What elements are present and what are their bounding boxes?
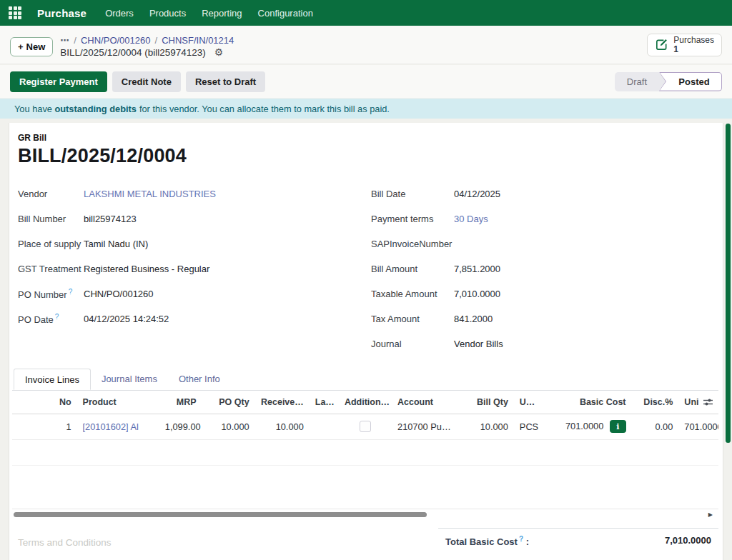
status-posted[interactable]: Posted (659, 72, 722, 91)
field-payment-terms: Payment terms 30 Days (365, 206, 718, 231)
field-label: Payment terms (365, 214, 454, 224)
col-header-la[interactable]: La… (310, 391, 339, 414)
col-header-additional[interactable]: Addition… (339, 391, 392, 414)
field-journal: Journal Vendor Bills (365, 331, 718, 356)
status-draft[interactable]: Draft (615, 72, 659, 91)
place-of-supply-value[interactable]: Tamil Nadu (IN) (84, 239, 148, 249)
field-bill-date: Bill Date 04/12/2025 (365, 181, 718, 206)
col-header-no[interactable]: No (12, 391, 77, 414)
field-label: PO Number? (12, 288, 84, 300)
tax-amount-value[interactable]: 841.2000 (454, 314, 493, 324)
bill-amount-value[interactable]: 7,851.2000 (454, 264, 500, 274)
bill-number-value[interactable]: bill25974123 (84, 214, 137, 224)
credit-note-button[interactable]: Credit Note (112, 71, 181, 92)
control-panel: + New ⋯ / CHN/PO/001260 / CHNSF/IN/01214… (0, 26, 732, 64)
field-bill-amount: Bill Amount 7,851.2000 (365, 256, 718, 281)
field-label: Tax Amount (365, 314, 454, 324)
register-payment-button[interactable]: Register Payment (10, 71, 107, 92)
field-label: Place of supply (12, 239, 84, 249)
bill-form-sheet: GR Bill BILL/2025/12/0004 Vendor LAKSHMI… (9, 123, 723, 560)
nav-item-products[interactable]: Products (149, 8, 186, 19)
breadcrumb: ⋯ / CHN/PO/001260 / CHNSF/IN/01214 BILL/… (60, 33, 234, 58)
gst-treatment-value[interactable]: Registered Business - Regular (84, 264, 209, 274)
col-header-disc[interactable]: Disc.% (632, 391, 679, 414)
reset-to-draft-button[interactable]: Reset to Draft (186, 71, 265, 92)
alert-text: You have (14, 104, 52, 114)
journal-value[interactable]: Vendor Bills (454, 339, 503, 349)
breadcrumb-current: BILL/2025/12/0004 (bill25974123) (60, 47, 205, 58)
cell-basic-cost[interactable]: 701.0000 (565, 421, 603, 431)
field-po-number: PO Number? CHN/PO/001260 (12, 281, 365, 306)
cell-disc[interactable]: 0.00 (632, 414, 679, 439)
col-header-unit[interactable]: Uni (678, 391, 718, 414)
field-label: Taxable Amount (365, 289, 454, 299)
field-vendor: Vendor LAKSHMI METAL INDUSTRIES (12, 181, 365, 206)
payment-terms-link[interactable]: 30 Days (454, 214, 488, 224)
app-name[interactable]: Purchase (37, 7, 86, 19)
product-link[interactable]: [20101602] Al (83, 421, 139, 432)
statusbar: Draft Posted (615, 72, 722, 91)
cell-po-qty[interactable]: 10.000 (202, 414, 255, 439)
nav-item-configuration[interactable]: Configuration (258, 8, 313, 19)
cell-uom[interactable]: PCS (514, 414, 545, 439)
po-date-value[interactable]: 04/12/2025 14:24:52 (84, 314, 169, 324)
stat-button-label: Purchases (673, 36, 714, 45)
nav-item-reporting[interactable]: Reporting (202, 8, 242, 19)
horizontal-scrollbar-thumb[interactable] (14, 512, 427, 517)
total-basic-cost-label: Total Basic Cost? : (445, 535, 529, 548)
help-icon: ? (69, 288, 73, 296)
actions-row: Register Payment Credit Note Reset to Dr… (0, 65, 732, 98)
invoice-line-row[interactable]: 1 [20101602] Al 1,099.00 10.000 10.000 2… (12, 414, 718, 439)
col-header-mrp[interactable]: MRP (159, 391, 202, 414)
apps-grid-icon[interactable] (9, 6, 21, 19)
tab-invoice-lines[interactable]: Invoice Lines (14, 369, 91, 390)
outstanding-debits-alert: You have outstanding debits for this ven… (0, 99, 732, 119)
field-taxable-amount: Taxable Amount 7,010.0000 (365, 281, 718, 306)
nav-item-orders[interactable]: Orders (105, 8, 134, 19)
stat-button-count: 1 (673, 45, 714, 54)
field-label: Bill Amount (365, 264, 454, 274)
field-gst-treatment: GST Treatment Registered Business - Regu… (12, 256, 365, 281)
tab-journal-items[interactable]: Journal Items (91, 369, 168, 390)
bill-date-value[interactable]: 04/12/2025 (454, 189, 500, 199)
col-header-bill-qty[interactable]: Bill Qty (465, 391, 514, 414)
plus-icon: + (18, 41, 24, 52)
table-header-row: No Product MRP PO Qty Receive… La… Addit… (12, 391, 718, 414)
col-header-po-qty[interactable]: PO Qty (202, 391, 255, 414)
tab-other-info[interactable]: Other Info (168, 369, 231, 390)
notebook-tabs: Invoice Lines Journal Items Other Info (12, 369, 718, 391)
cell-unit-cost[interactable]: 701.0000 (678, 414, 718, 439)
breadcrumb-link-po[interactable]: CHN/PO/001260 (81, 35, 151, 46)
gear-icon[interactable]: ⚙ (214, 46, 224, 58)
info-badge-icon[interactable]: ℹ (610, 420, 625, 433)
empty-row (12, 439, 718, 465)
sheet-footer: Terms and Conditions Total Basic Cost? :… (12, 528, 718, 548)
field-label: Bill Date (365, 189, 454, 199)
col-header-received[interactable]: Receive… (255, 391, 310, 414)
alert-bold-text: outstanding debits (54, 104, 136, 114)
col-header-uom[interactable]: U… (514, 391, 545, 414)
col-header-product[interactable]: Product (77, 391, 159, 414)
new-button[interactable]: + New (10, 37, 53, 56)
breadcrumb-link-receipt[interactable]: CHNSF/IN/01214 (162, 35, 234, 46)
field-sap-invoice-number: SAPInvoiceNumber (365, 231, 718, 256)
new-button-label: New (26, 41, 46, 52)
vertical-scrollbar-thumb[interactable] (726, 124, 731, 443)
optional-columns-icon[interactable] (703, 398, 713, 406)
purchases-stat-button[interactable]: Purchases 1 (647, 34, 722, 56)
taxable-amount-value[interactable]: 7,010.0000 (454, 289, 500, 299)
cell-account[interactable]: 210700 Pu… (392, 414, 465, 439)
cell-received[interactable]: 10.000 (255, 414, 310, 439)
scroll-right-arrow-icon[interactable]: ▶ (708, 511, 717, 518)
additional-checkbox[interactable] (360, 421, 371, 432)
vendor-link[interactable]: LAKSHMI METAL INDUSTRIES (84, 189, 216, 199)
field-place-of-supply: Place of supply Tamil Nadu (IN) (12, 231, 365, 256)
col-header-account[interactable]: Account (392, 391, 465, 414)
cell-mrp[interactable]: 1,099.00 (159, 414, 202, 439)
po-number-value[interactable]: CHN/PO/001260 (84, 289, 154, 299)
field-label: SAPInvoiceNumber (365, 239, 454, 249)
cell-bill-qty[interactable]: 10.000 (465, 414, 514, 439)
breadcrumb-ellipsis-icon[interactable]: ⋯ (60, 35, 69, 46)
terms-and-conditions-input[interactable]: Terms and Conditions (18, 528, 112, 548)
col-header-basic-cost[interactable]: Basic Cost (545, 391, 631, 414)
